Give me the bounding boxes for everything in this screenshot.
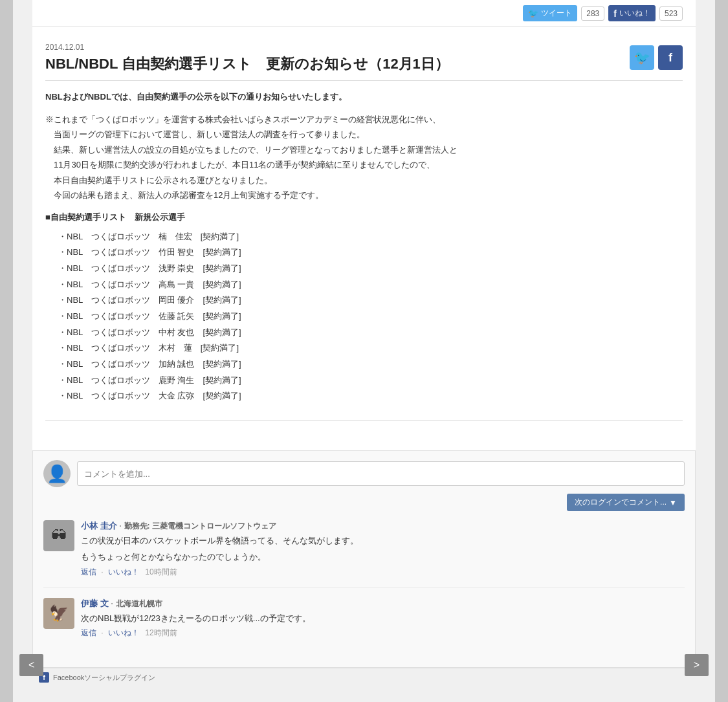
article-title: NBL/NBDL 自由契約選手リスト 更新のお知らせ（12月1日） <box>45 54 449 74</box>
comment-actions-1: 返信 · いいね！ 10時間前 <box>81 567 685 578</box>
notice-line-4: 11月30日を期限に契約交渉が行われましたが、本日11名の選手が契約締結に至りま… <box>45 157 683 172</box>
player-item-2: ・NBL つくばロボッツ 竹田 智史 [契約満了] <box>58 245 683 261</box>
player-list-title: ■自由契約選手リスト 新規公示選手 <box>45 210 683 225</box>
comment-entry-2: 🦅 伊藤 文 · 北海道札幌市 次のNBL観戦が12/23きたえーるのロボッツ戦… <box>43 598 685 648</box>
facebook-f-icon: f <box>613 8 617 19</box>
article-intro: NBLおよびNBDLでは、自由契約選手の公示を以下の通りお知らせいたします。 <box>45 90 683 104</box>
comment-text-1-0: この状況が日本のバスケットボール界を物語ってる、そんな気がします。 <box>81 534 685 548</box>
comment-input[interactable] <box>77 461 685 486</box>
notice-line-2: 当面リーグの管理下において運営し、新しい運営法人の調査を行って参りました。 <box>45 127 683 142</box>
player-item-9: ・NBL つくばロボッツ 加納 誠也 [契約満了] <box>58 356 683 373</box>
facebook-plugin-label: Facebookソーシャルプラグイン <box>53 673 155 683</box>
player-list-section: ■自由契約選手リスト 新規公示選手 ・NBL つくばロボッツ 楠 佳宏 [契約満… <box>45 210 683 404</box>
comment-login-label: 次のログインでコメント... <box>575 497 667 508</box>
twitter-bird-icon: 🐦 <box>528 8 538 18</box>
notice-line-1: ※これまで「つくばロボッツ」を運営する株式会社いばらきスポーツアカデミーの経営状… <box>45 112 683 127</box>
comment-author-1: 小林 圭介 · 勤務先: 三菱電機コントロールソフトウェア <box>81 521 276 531</box>
comment-workplace-2: 北海道札幌市 <box>116 599 162 608</box>
nav-prev-button[interactable]: < <box>19 654 43 676</box>
comment-author-2: 伊藤 文 · 北海道札幌市 <box>81 598 162 608</box>
player-item-6: ・NBL つくばロボッツ 佐藤 託矢 [契約満了] <box>58 309 683 325</box>
comment-content-2: 伊藤 文 · 北海道札幌市 次のNBL観戦が12/23きたえーるのロボッツ戦..… <box>81 598 685 639</box>
comment-like-2[interactable]: いいね！ <box>108 628 139 637</box>
dropdown-arrow-icon: ▼ <box>669 498 677 507</box>
comment-input-row: 👤 <box>43 460 685 487</box>
share-bar: 🐦 ツイート 283 f いいね！ 523 <box>32 0 696 27</box>
article-footer <box>45 420 683 431</box>
article-content: 2014.12.01 NBL/NBDL 自由契約選手リスト 更新のお知らせ（12… <box>32 27 696 450</box>
twitter-share-button[interactable]: 🐦 ツイート <box>523 5 577 21</box>
comment-login-button[interactable]: 次のログインでコメント... ▼ <box>567 494 685 511</box>
comment-time-2: 12時間前 <box>145 628 177 637</box>
twitter-count: 283 <box>581 6 604 21</box>
comment-user-avatar: 👤 <box>43 460 71 487</box>
nav-next-button[interactable]: > <box>685 654 709 676</box>
comment-like-1[interactable]: いいね！ <box>108 567 139 576</box>
comment-reply-2[interactable]: 返信 <box>81 628 96 637</box>
comment-content-1: 小林 圭介 · 勤務先: 三菱電機コントロールソフトウェア この状況が日本のバス… <box>81 520 685 578</box>
article-facebook-icon[interactable]: f <box>658 45 683 70</box>
player-item-11: ・NBL つくばロボッツ 大金 広弥 [契約満了] <box>58 388 683 404</box>
comment-workplace-1: 勤務先: 三菱電機コントロールソフトウェア <box>124 521 276 531</box>
article-social-icons: 🐦 f <box>630 45 683 70</box>
person2-icon: 🦅 <box>49 604 69 622</box>
player-item-1: ・NBL つくばロボッツ 楠 佳宏 [契約満了] <box>58 229 683 245</box>
player-item-7: ・NBL つくばロボッツ 中村 友也 [契約満了] <box>58 325 683 341</box>
notice-line-5: 本日自由契約選手リストに公示される運びとなりました。 <box>45 173 683 188</box>
facebook-like-label: いいね！ <box>619 8 650 19</box>
comment-reply-1[interactable]: 返信 <box>81 567 96 576</box>
user-silhouette-icon: 👤 <box>47 464 67 484</box>
article-notice: ※これまで「つくばロボッツ」を運営する株式会社いばらきスポーツアカデミーの経営状… <box>45 112 683 203</box>
article-meta: 2014.12.01 NBL/NBDL 自由契約選手リスト 更新のお知らせ（12… <box>45 43 449 74</box>
facebook-plugin-bar: f Facebookソーシャルプラグイン <box>32 668 696 686</box>
article-twitter-icon[interactable]: 🐦 <box>630 45 654 70</box>
comment-avatar-2: 🦅 <box>43 598 74 629</box>
comment-text-1-1: もうちょっと何とかならなかったのでしょうか。 <box>81 551 685 564</box>
facebook-like-button[interactable]: f いいね！ <box>608 5 656 21</box>
comment-text-2-0: 次のNBL観戦が12/23きたえーるのロボッツ戦...の予定です。 <box>81 612 685 626</box>
article-header: 2014.12.01 NBL/NBDL 自由契約選手リスト 更新のお知らせ（12… <box>45 34 683 81</box>
notice-line-3: 結果、新しい運営法人の設立の目処が立ちましたので、リーグ管理となっておりました選… <box>45 142 683 157</box>
comments-section: 👤 次のログインでコメント... ▼ 🕶 小林 圭介 · 勤務先: 三菱電機コン… <box>32 450 696 668</box>
twitter-icon: 🐦 <box>634 50 650 65</box>
player-item-4: ・NBL つくばロボッツ 高島 一貴 [契約満了] <box>58 277 683 293</box>
facebook-count: 523 <box>659 6 683 21</box>
comment-entry-1: 🕶 小林 圭介 · 勤務先: 三菱電機コントロールソフトウェア この状況が日本の… <box>43 520 685 587</box>
person1-icon: 🕶 <box>51 527 67 545</box>
comment-actions-2: 返信 · いいね！ 12時間前 <box>81 628 685 639</box>
facebook-icon: f <box>668 51 672 65</box>
comment-avatar-1: 🕶 <box>43 520 74 551</box>
comment-login-row: 次のログインでコメント... ▼ <box>43 494 685 511</box>
player-item-10: ・NBL つくばロボッツ 鹿野 洵生 [契約満了] <box>58 373 683 389</box>
twitter-share-label: ツイート <box>541 8 572 19</box>
player-item-5: ・NBL つくばロボッツ 岡田 優介 [契約満了] <box>58 292 683 309</box>
notice-line-6: 今回の結果も踏まえ、新法人の承認審査を12月上旬実施する予定です。 <box>45 188 683 203</box>
comment-time-1: 10時間前 <box>145 567 177 576</box>
article-date: 2014.12.01 <box>45 43 449 52</box>
player-item-8: ・NBL つくばロボッツ 木村 蓮 [契約満了] <box>58 340 683 356</box>
article-body: NBLおよびNBDLでは、自由契約選手の公示を以下の通りお知らせいたします。 ※… <box>45 81 683 413</box>
player-item-3: ・NBL つくばロボッツ 浅野 崇史 [契約満了] <box>58 261 683 277</box>
